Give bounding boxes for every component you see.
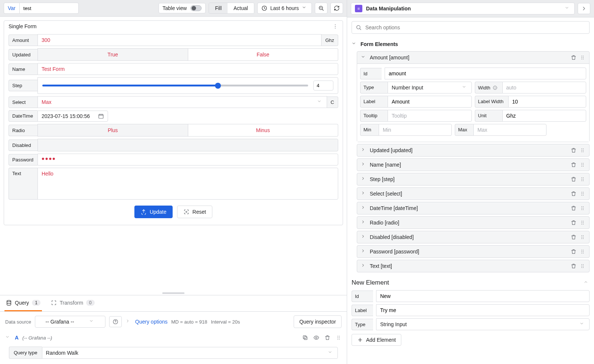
resize-handle[interactable] [0,291,347,295]
reset-button[interactable]: Reset [177,206,212,218]
drag-handle-icon[interactable] [580,263,585,269]
password-input[interactable]: •••• [37,154,338,165]
search-input[interactable] [365,24,585,31]
drag-handle-icon[interactable] [336,335,342,341]
query-inspector-button[interactable]: Query inspector [294,315,342,328]
new-id-input[interactable] [376,290,590,302]
elem-min-input[interactable] [379,124,452,136]
table-view-toggle[interactable]: Table view [159,3,206,13]
svg-point-39 [583,177,584,178]
drag-handle-icon[interactable] [580,191,585,197]
chevron-down-icon[interactable] [5,335,11,341]
var-input[interactable] [19,3,79,14]
actual-option[interactable]: Actual [228,3,254,13]
trash-icon[interactable] [571,263,577,269]
elem-amount-head[interactable]: Amount [amount] [357,52,589,63]
radio-plus[interactable]: Plus [37,124,188,137]
elem-width-input[interactable] [502,82,587,94]
datasource-select[interactable]: -- Grafana -- [35,316,105,328]
name-input[interactable] [37,63,338,75]
drag-handle-icon[interactable] [580,55,585,60]
time-range-picker[interactable]: Last 6 hours [257,3,312,14]
chevron-down-icon [328,350,334,356]
elem-label-label: Label [360,96,388,108]
drag-handle-icon[interactable] [580,162,585,168]
eye-icon[interactable] [313,335,319,341]
duplicate-icon[interactable] [302,335,308,341]
trash-icon[interactable] [571,220,577,226]
info-icon [112,319,118,325]
svg-point-61 [583,224,584,224]
radio-minus[interactable]: Minus [188,124,339,137]
tab-query[interactable]: Query 1 [4,295,42,311]
elem-head[interactable]: Step [step] [357,173,589,185]
elem-head[interactable]: Disabled [disabled] [357,231,589,243]
chevron-right-icon[interactable] [125,319,131,325]
drag-handle-icon[interactable] [580,234,585,240]
drag-handle-icon[interactable] [580,147,585,153]
elem-head[interactable]: Updated [updated] [357,144,589,156]
add-element-button[interactable]: Add Element [352,334,401,346]
elem-label-input[interactable] [388,96,472,108]
elem-head[interactable]: Password [password] [357,246,589,258]
elem-head[interactable]: Radio [radio] [357,217,589,229]
datasource-help-button[interactable] [109,316,122,327]
svg-point-29 [583,150,584,151]
drag-handle-icon[interactable] [580,176,585,182]
elem-id-input[interactable] [385,68,586,79]
step-slider[interactable] [37,77,338,94]
svg-point-13 [339,336,340,337]
update-button[interactable]: Update [134,206,173,218]
elem-head[interactable]: Name [name] [357,159,589,171]
elem-head[interactable]: Select [select] [357,188,589,200]
updated-false[interactable]: False [188,48,339,61]
select-dropdown[interactable]: Max [37,96,327,108]
section-form-elements[interactable]: Form Elements [352,39,590,49]
fill-actual-segment[interactable]: Fill Actual [209,3,254,14]
plugin-icon: ≡ [355,5,362,12]
datetime-input[interactable]: 2023-07-15 15:00:56 [37,111,108,122]
elem-head[interactable]: Text [text] [357,260,589,272]
trash-icon[interactable] [571,249,577,255]
query-letter[interactable]: A [15,335,19,341]
fill-option[interactable]: Fill [209,3,228,13]
svg-point-19 [581,56,582,56]
switch-icon[interactable] [190,5,202,11]
zoom-out-button[interactable] [315,3,327,14]
updated-true[interactable]: True [37,48,188,61]
trash-icon[interactable] [324,335,330,341]
trash-icon[interactable] [571,176,577,182]
trash-icon[interactable] [571,234,577,240]
elem-unit-input[interactable] [502,110,587,122]
plugin-picker[interactable]: ≡ Data Manipulation [351,3,575,14]
trash-icon[interactable] [571,191,577,197]
new-type-select[interactable]: String Input [376,318,590,330]
trash-icon[interactable] [571,55,577,60]
search-icon [356,24,362,30]
drag-handle-icon[interactable] [580,249,585,255]
query-options-link[interactable]: Query options [135,319,167,325]
refresh-button[interactable] [330,3,343,14]
chevron-up-icon[interactable] [584,280,590,286]
drag-handle-icon[interactable] [580,220,585,226]
amount-input[interactable] [37,34,322,46]
step-value-input[interactable] [313,81,333,91]
search-options[interactable] [352,21,590,34]
elem-head[interactable]: DateTime [dateTime] [357,202,589,214]
panel-menu-icon[interactable] [332,23,338,29]
table-view-label: Table view [163,5,187,11]
text-textarea[interactable] [37,168,338,200]
drag-handle-icon[interactable] [580,205,585,211]
elem-type-select[interactable]: Number Input [388,82,472,94]
new-label-input[interactable] [376,304,590,316]
elem-labelwidth-input[interactable] [508,96,587,108]
elem-max-input[interactable] [473,124,546,136]
tab-transform[interactable]: Transform 0 [49,295,96,311]
trash-icon[interactable] [571,205,577,211]
calendar-icon[interactable] [98,113,104,119]
elem-tooltip-input[interactable] [388,110,472,122]
trash-icon[interactable] [571,162,577,168]
side-expand-button[interactable] [578,3,590,14]
query-type-select[interactable]: Random Walk [42,347,338,359]
trash-icon[interactable] [571,147,577,153]
